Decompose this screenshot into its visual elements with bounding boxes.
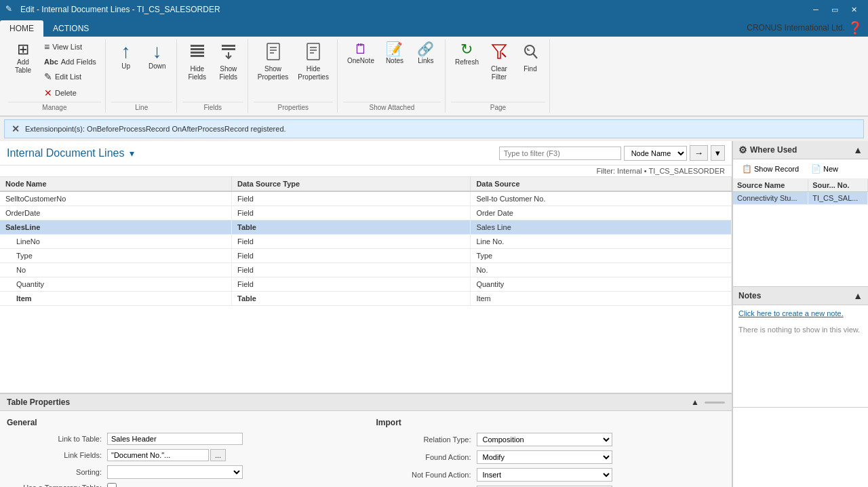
where-used-col-source-no: Sour... No. [808, 179, 868, 192]
filter-area: Node Name → ▾ [499, 145, 725, 161]
svg-rect-11 [307, 43, 319, 60]
properties-body: General Link to Table: Link Fields: ... … [0, 411, 732, 487]
table-body: SelltoCustomerNoFieldSell-to Customer No… [0, 191, 732, 306]
link-fields-input[interactable] [107, 449, 209, 461]
delete-icon: ✕ [44, 87, 52, 98]
prop-link-fields: Link Fields: ... [7, 449, 356, 461]
help-icon[interactable]: ❓ [848, 20, 863, 35]
svg-rect-2 [191, 52, 204, 54]
where-used-collapse[interactable]: ▲ [853, 144, 863, 155]
delete-button[interactable]: ✕ Delete [39, 85, 101, 100]
props-general-section: General Link to Table: Link Fields: ... … [7, 418, 356, 487]
close-button[interactable]: ✕ [845, 3, 863, 16]
title-bar: ✎ Edit - Internal Document Lines - TI_CS… [0, 0, 868, 19]
svg-rect-0 [191, 45, 204, 47]
properties-group-label: Properties [254, 102, 333, 111]
right-panel-filler [733, 408, 868, 487]
properties-header[interactable]: Table Properties ▲ [0, 394, 732, 411]
notes-collapse[interactable]: ▲ [853, 290, 863, 301]
show-record-button[interactable]: 📋 Show Record [737, 162, 804, 176]
left-panel: Internal Document Lines ▾ Node Name → ▾ … [0, 141, 732, 487]
clear-filter-button[interactable]: ClearFilter [484, 39, 514, 84]
down-arrow-icon: ↓ [153, 42, 162, 61]
properties-title: Table Properties [7, 397, 686, 407]
hide-properties-button[interactable]: HideProperties [294, 39, 333, 84]
ribbon-tabs: HOME ACTIONS [0, 19, 98, 37]
table-row[interactable]: TypeFieldType [0, 249, 732, 263]
add-fields-button[interactable]: Abc Add Fields [39, 56, 101, 68]
svg-line-18 [533, 54, 537, 58]
show-fields-button[interactable]: ShowFields [214, 39, 243, 84]
ribbon-group-line: ↑ Up ↓ Down Line [107, 39, 177, 113]
where-used-body: Connectivity Stu...TI_CS_SAL... [733, 192, 868, 205]
onenote-button[interactable]: 🗒 OneNote [343, 39, 378, 68]
where-used-toolbar: 📋 Show Record 📄 New [733, 159, 868, 179]
where-used-header: ⚙ Where Used ▲ [733, 141, 868, 159]
edit-list-icon: ✎ [44, 71, 52, 82]
svg-rect-5 [222, 48, 235, 50]
properties-collapse-icon[interactable]: ▲ [691, 397, 699, 407]
view-list-icon: ≡ [44, 41, 50, 52]
tab-actions[interactable]: ACTIONS [43, 20, 98, 37]
relation-type-select[interactable]: Composition [477, 433, 612, 446]
abc-icon: Abc [44, 58, 58, 66]
create-note-link[interactable]: Click here to create a new note. [733, 305, 868, 322]
col-data-source: Data Source [471, 177, 732, 191]
edit-list-button[interactable]: ✎ Edit List [39, 69, 101, 84]
table-row[interactable]: ItemTableItem [0, 292, 732, 306]
onenote-icon: 🗒 [354, 42, 368, 56]
clear-filter-icon [491, 42, 507, 64]
props-import-section: Import Relation Type: Composition Found … [376, 418, 726, 487]
show-attached-group-label: Show Attached [343, 102, 441, 111]
maximize-button[interactable]: ▭ [826, 3, 844, 16]
where-used-new-button[interactable]: 📄 New [806, 162, 843, 176]
col-node-name: Node Name [0, 177, 232, 191]
props-general-title: General [7, 418, 356, 427]
view-list-button[interactable]: ≡ View List [39, 39, 101, 54]
list-title-dropdown[interactable]: ▾ [130, 148, 134, 159]
table-row[interactable]: OrderDateFieldOrder Date [0, 206, 732, 220]
table-row[interactable]: QuantityFieldQuantity [0, 277, 732, 292]
show-properties-button[interactable]: ShowProperties [254, 39, 293, 84]
notes-title: Notes [738, 291, 761, 300]
notes-button[interactable]: 📝 Notes [380, 39, 410, 68]
table-row[interactable]: SalesLineTableSales Line [0, 220, 732, 235]
info-bar-close[interactable]: ✕ [12, 123, 20, 134]
refresh-button[interactable]: ↻ Refresh [451, 39, 483, 69]
notes-empty-text: There is nothing to show in this view. [733, 322, 868, 338]
info-bar-message: Extensionpoint(s): OnBeforeProcessRecord… [25, 125, 286, 133]
sorting-select[interactable] [107, 465, 243, 479]
list-header: Internal Document Lines ▾ Node Name → ▾ [0, 141, 732, 165]
link-to-table-input[interactable] [107, 433, 243, 445]
where-used-table: Source Name Sour... No. Connectivity Stu… [733, 179, 868, 205]
hide-fields-icon [189, 42, 205, 64]
right-panel: ⚙ Where Used ▲ 📋 Show Record 📄 New Sourc… [732, 141, 868, 487]
filter-field-dropdown[interactable]: Node Name [624, 146, 687, 161]
table-row[interactable]: SelltoCustomerNoFieldSell-to Customer No… [0, 191, 732, 206]
filter-expand-button[interactable]: ▾ [711, 145, 725, 161]
hide-properties-icon [305, 42, 321, 64]
prop-found-action: Found Action: Modify [376, 450, 726, 464]
where-used-col-source-name: Source Name [733, 179, 808, 192]
filter-go-button[interactable]: → [690, 145, 708, 161]
add-table-button[interactable]: ⊞ AddTable [8, 39, 38, 77]
data-table-wrap[interactable]: Node Name Data Source Type Data Source S… [0, 177, 732, 393]
table-row[interactable]: LineNoFieldLine No. [0, 235, 732, 249]
hide-fields-button[interactable]: HideFields [182, 39, 212, 84]
tab-home[interactable]: HOME [0, 20, 43, 37]
minimize-button[interactable]: ─ [807, 3, 825, 16]
links-button[interactable]: 🔗 Links [411, 39, 441, 68]
svg-rect-1 [191, 48, 204, 50]
where-used-row[interactable]: Connectivity Stu...TI_CS_SAL... [733, 192, 868, 205]
found-action-select[interactable]: Modify [477, 450, 612, 464]
find-button[interactable]: Find [515, 39, 545, 76]
not-found-action-select[interactable]: Insert [477, 468, 612, 482]
window-controls: ─ ▭ ✕ [807, 3, 863, 16]
table-row[interactable]: NoFieldNo. [0, 263, 732, 277]
up-button[interactable]: ↑ Up [111, 39, 141, 73]
use-temporary-checkbox[interactable] [107, 483, 117, 487]
filter-input[interactable] [499, 147, 621, 160]
down-button[interactable]: ↓ Down [142, 39, 172, 73]
prop-link-to-table: Link to Table: [7, 433, 356, 445]
link-fields-browse-button[interactable]: ... [210, 449, 226, 461]
